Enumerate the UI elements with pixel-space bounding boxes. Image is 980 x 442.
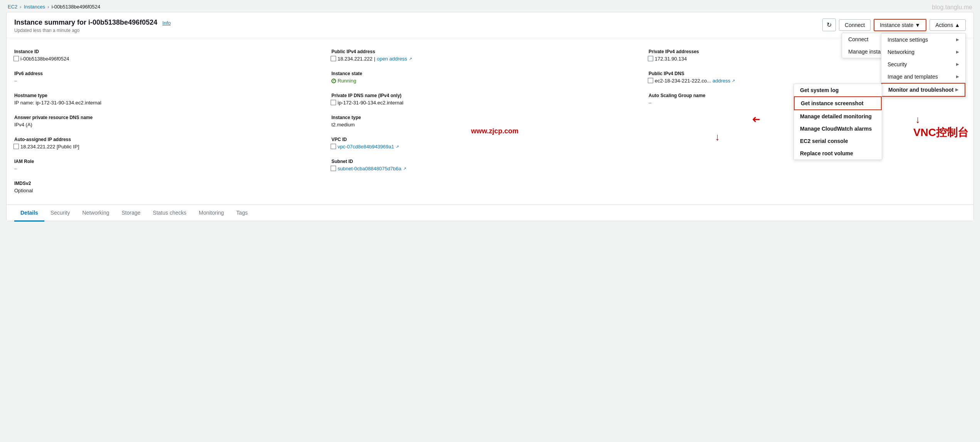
tab-networking[interactable]: Networking	[76, 205, 116, 222]
answer-dns-value: IPv4 (A)	[14, 122, 325, 128]
arrow-annotation-3: ↓	[915, 114, 920, 126]
subnet-id-link[interactable]: subnet-0cba08848075d7b6a	[338, 166, 402, 171]
monitor-submenu: Get system log Get instance screenshot M…	[793, 84, 882, 160]
detail-public-ipv4: Public IPv4 address 18.234.221.222 | ope…	[331, 44, 649, 66]
ipv6-value: –	[14, 78, 325, 84]
public-dns-link[interactable]: address	[713, 78, 730, 84]
chevron-right-icon-image: ▶	[956, 74, 959, 79]
tab-security[interactable]: Security	[44, 205, 76, 222]
detail-instance-id: Instance ID i-00b5138be496f0524	[14, 44, 331, 66]
detail-iam-role: IAM Role –	[14, 154, 331, 176]
private-dns-value: ip-172-31-90-134.ec2.internal	[331, 100, 642, 106]
vpc-id-label: VPC ID	[331, 137, 642, 142]
tab-tags[interactable]: Tags	[230, 205, 254, 222]
monitor-menu-screenshot-label: Get instance screenshot	[801, 100, 864, 106]
copy-icon-vpc[interactable]	[331, 145, 336, 149]
title-text: Instance summary for i-00b5138be496f0524	[14, 18, 157, 26]
status-running-icon	[331, 79, 336, 83]
subnet-external-link-icon: ↗	[403, 166, 406, 171]
zjcp-watermark: www.zjcp.com	[471, 127, 518, 135]
detail-hostname: Hostname type IP name: ip-172-31-90-134.…	[14, 88, 331, 110]
answer-dns-label: Answer private resource DNS name	[14, 115, 325, 120]
copy-icon-auto-assign[interactable]	[14, 145, 19, 149]
detail-answer-dns: Answer private resource DNS name IPv4 (A…	[14, 110, 331, 132]
actions-menu-monitor[interactable]: Monitor and troubleshoot ▶ Get system lo…	[881, 83, 965, 97]
iam-role-label: IAM Role	[14, 159, 325, 164]
instance-state-dropdown[interactable]: Instance state ▼ Connect Manage instance…	[874, 19, 926, 31]
actions-dropdown[interactable]: Actions ▲ Instance settings ▶ Networking…	[930, 19, 966, 31]
actions-menu-networking[interactable]: Networking ▶	[881, 46, 965, 58]
monitor-menu-detailed-monitoring[interactable]: Manage detailed monitoring	[794, 110, 882, 123]
breadcrumb-instance-id: i-00b5138be496f0524	[52, 4, 101, 10]
monitor-menu-system-log[interactable]: Get system log	[794, 84, 882, 96]
private-dns-label: Private IP DNS name (IPv4 only)	[331, 93, 642, 98]
vpc-id-link[interactable]: vpc-07cd8e84b943969a1	[338, 144, 394, 150]
refresh-button[interactable]: ↻	[822, 18, 836, 31]
actions-menu-monitor-label: Monitor and troubleshoot	[888, 87, 954, 93]
monitor-menu-cloudwatch[interactable]: Manage CloudWatch alarms	[794, 123, 882, 135]
tab-details[interactable]: Details	[14, 205, 44, 222]
actions-chevron-icon: ▲	[955, 22, 960, 28]
info-link[interactable]: Info	[162, 20, 171, 26]
tabs-bar: Details Security Networking Storage Stat…	[7, 204, 973, 221]
instance-type-value: t2.medium	[331, 122, 642, 128]
vnc-watermark: VNC控制台	[913, 125, 968, 140]
monitor-menu-replace-volume-label: Replace root volume	[800, 150, 853, 156]
chevron-right-icon-security: ▶	[956, 62, 959, 66]
instance-title-group: Instance summary for i-00b5138be496f0524…	[14, 18, 171, 33]
header-actions: ↻ Connect Instance state ▼ Connect	[822, 18, 966, 31]
public-dns-ext-icon: ↗	[732, 79, 735, 83]
detail-imdsv2: IMDSv2 Optional	[14, 176, 331, 198]
arrow-annotation-2: ↓	[715, 131, 720, 143]
instance-type-label: Instance type	[331, 115, 642, 120]
copy-icon-public-dns[interactable]	[649, 79, 653, 83]
monitor-menu-replace-volume[interactable]: Replace root volume	[794, 147, 882, 160]
breadcrumb: EC2 › Instances › i-00b5138be496f0524	[0, 0, 980, 12]
instance-id-text: i-00b5138be496f0524	[20, 56, 69, 62]
actions-label: Actions	[935, 22, 953, 28]
arrow-annotation-1: ➜	[752, 114, 760, 126]
copy-icon-subnet[interactable]	[331, 166, 336, 171]
public-ipv4-separator: |	[374, 56, 375, 62]
actions-button[interactable]: Actions ▲	[930, 19, 966, 31]
copy-icon-private-dns[interactable]	[331, 101, 336, 105]
breadcrumb-ec2[interactable]: EC2	[8, 4, 17, 10]
auto-assign-label: Auto-assigned IP address	[14, 137, 325, 142]
auto-assign-text: 18.234.221.222 [Public IP]	[20, 144, 79, 150]
detail-ipv6: IPv6 address –	[14, 66, 331, 88]
instance-state-detail-value: Running	[331, 78, 642, 84]
instance-state-text: Running	[338, 78, 356, 84]
monitor-menu-serial-console[interactable]: EC2 serial console	[794, 135, 882, 147]
imdsv2-label: IMDSv2	[14, 181, 325, 186]
actions-menu-security-label: Security	[888, 61, 907, 67]
tab-monitoring[interactable]: Monitoring	[193, 205, 230, 222]
breadcrumb-sep-1: ›	[20, 4, 21, 10]
copy-icon-instance-id[interactable]	[14, 57, 19, 61]
menu-item-connect-label: Connect	[848, 36, 868, 42]
chevron-right-icon-settings: ▶	[956, 37, 959, 42]
actions-menu-security[interactable]: Security ▶	[881, 58, 965, 71]
copy-icon-private-ipv4[interactable]	[649, 57, 653, 61]
detail-col-2: Public IPv4 address 18.234.221.222 | ope…	[331, 44, 649, 198]
tab-status-checks[interactable]: Status checks	[147, 205, 193, 222]
iam-role-value: –	[14, 166, 325, 171]
detail-instance-state: Instance state Running	[331, 66, 649, 88]
chevron-right-icon-networking: ▶	[956, 50, 959, 54]
detail-vpc-id: VPC ID vpc-07cd8e84b943969a1 ↗	[331, 132, 649, 154]
actions-menu-instance-settings[interactable]: Instance settings ▶	[881, 34, 965, 46]
copy-icon-public-ipv4[interactable]	[331, 57, 336, 61]
instance-state-chevron-icon: ▼	[915, 22, 920, 28]
public-ipv4-value: 18.234.221.222 | open address ↗	[331, 56, 642, 62]
open-address-link[interactable]: open address	[377, 56, 407, 62]
breadcrumb-instances[interactable]: Instances	[24, 4, 45, 10]
monitor-menu-screenshot[interactable]: Get instance screenshot	[794, 96, 882, 110]
imdsv2-value: Optional	[14, 188, 325, 193]
public-ipv4-label: Public IPv4 address	[331, 49, 642, 54]
connect-button[interactable]: Connect	[839, 19, 871, 31]
detail-col-1: Instance ID i-00b5138be496f0524 IPv6 add…	[14, 44, 331, 198]
tab-storage[interactable]: Storage	[116, 205, 147, 222]
actions-menu-image-templates[interactable]: Image and templates ▶	[881, 71, 965, 83]
instance-state-button[interactable]: Instance state ▼	[874, 19, 926, 31]
monitor-menu-serial-console-label: EC2 serial console	[800, 138, 848, 144]
instance-state-detail-label: Instance state	[331, 71, 642, 76]
